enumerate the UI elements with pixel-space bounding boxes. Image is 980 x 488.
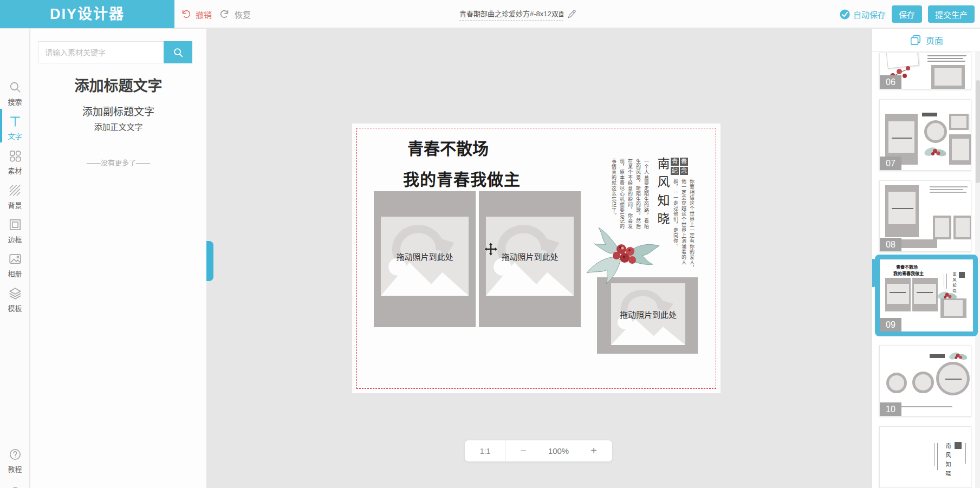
autosave-indicator[interactable]: 自动保存 (840, 9, 886, 20)
photo-drop-zone: 拖动照片到此处 (381, 217, 469, 296)
actual-size-button[interactable]: 1:1 (465, 440, 506, 461)
add-body-text-option[interactable]: 添加正文文字 (30, 121, 206, 132)
zoom-toolbar: 1:1 − 100% + (465, 440, 612, 461)
mini-text-line (927, 58, 963, 59)
sidebar-item-background[interactable]: 背景 (0, 184, 30, 210)
redo-label: 恢复 (235, 9, 251, 20)
edit-pencil-icon[interactable] (567, 9, 577, 19)
drop-photo-label: 拖动照片到此处 (381, 251, 469, 262)
mini-photo (949, 114, 969, 130)
mini-photo-circle (924, 120, 947, 143)
submit-production-button[interactable]: 提交生产 (928, 5, 975, 23)
page-thumbnail-08[interactable]: 08 (879, 180, 971, 252)
mini-photo (885, 278, 911, 311)
sidebar-item-label: 边框 (0, 234, 30, 244)
pages-panel-title: 页面 (926, 34, 943, 47)
seal-char: 春 (680, 158, 688, 166)
mini-text-line (930, 192, 966, 193)
sidebar-item-tutorial[interactable]: 教程 (0, 447, 30, 474)
help-icon (8, 447, 22, 461)
document-title: 青春期部曲之珍爱妙方#-8x12双面水晶 (459, 8, 563, 21)
mini-photo (933, 216, 951, 239)
redo-button[interactable]: 恢复 (219, 0, 251, 28)
text-icon (8, 114, 22, 128)
sidebar-item-assets[interactable]: 素材 (0, 149, 30, 175)
mini-text-line (927, 61, 965, 62)
page-number-badge: 09 (880, 318, 901, 331)
zoom-out-button[interactable]: − (506, 440, 541, 461)
mini-photo-circle (912, 372, 934, 393)
drop-photo-label: 拖动照片到此处 (611, 309, 685, 320)
pages-panel: 页面 06 (872, 29, 980, 488)
sidebar-item-template[interactable]: 模板 (0, 287, 30, 313)
left-toolbar: 搜索 文字 素材 背景 边框 (0, 29, 30, 488)
mini-seal (930, 354, 945, 358)
design-page[interactable]: 青春不散场 我的青春我做主 拖动照片到此处 (352, 123, 721, 393)
page-thumbnail-09[interactable]: 青春不散场 我的青春我做主 南风知晓 09 (880, 259, 973, 331)
no-more-label: ——没有更多了—— (30, 157, 206, 167)
memorial-seal[interactable]: 青 春 纪 念 (671, 158, 688, 175)
mini-photo-circle (936, 362, 970, 395)
seal-char: 念 (680, 167, 688, 175)
page-title-line1[interactable]: 青春不散场 (407, 135, 489, 159)
mini-photo (949, 134, 971, 165)
page-title-line2[interactable]: 我的青春我做主 (403, 166, 521, 190)
background-icon (8, 184, 22, 198)
mini-photo (940, 298, 966, 318)
undo-button[interactable]: 撤销 (180, 0, 212, 28)
undo-label: 撤销 (196, 9, 212, 20)
diy-designer-app: DIY设计器 撤销 恢复 青春期部曲之珍爱妙方#-8x12双面水晶 (0, 0, 980, 488)
mini-text-line (930, 189, 963, 190)
headset-icon (8, 485, 22, 488)
pages-scrollbar-thumb[interactable] (976, 80, 980, 183)
photo-icon (8, 252, 22, 266)
search-button[interactable] (164, 41, 192, 63)
mini-vertical-text (934, 443, 934, 466)
frame-icon (8, 218, 22, 232)
photo-slot-1[interactable]: 拖动照片到此处 (374, 191, 476, 327)
page-thumbnail-06[interactable]: 06 (879, 53, 971, 89)
header: DIY设计器 撤销 恢复 青春期部曲之珍爱妙方#-8x12双面水晶 (0, 0, 980, 28)
vertical-quote-left[interactable]: 一个人总要走陌生的路，看陌生的风景，听陌生的歌，然后在某个不经意的瞬间，你会发现… (607, 159, 650, 231)
page-number-badge: 06 (880, 75, 901, 89)
mini-seal (955, 442, 962, 449)
sidebar-item-border[interactable]: 边框 (0, 218, 30, 244)
page-thumbnail-10[interactable]: 10 (879, 345, 971, 417)
mini-text-line (930, 186, 968, 187)
photo-slot-3[interactable]: 拖动照片到此处 (597, 277, 698, 354)
design-canvas-area[interactable]: 青春不散场 我的青春我做主 拖动照片到此处 (206, 29, 872, 488)
search-input[interactable] (38, 41, 164, 63)
mini-vertical-title: 南风知晓 (944, 443, 952, 480)
sidebar-item-label: 背景 (0, 200, 30, 210)
mini-photo-circle (886, 373, 907, 393)
panel-collapse-handle[interactable] (206, 241, 213, 281)
search-icon (172, 47, 184, 58)
check-circle-icon (840, 9, 850, 19)
mini-seal (922, 113, 937, 116)
page-number-badge: 07 (880, 157, 901, 170)
zoom-in-button[interactable]: + (576, 440, 611, 461)
holly-berries-illustration[interactable] (582, 223, 669, 285)
sidebar-item-label: 教程 (0, 464, 30, 474)
mini-holly (923, 144, 948, 160)
sidebar-item-service[interactable]: 客服 (0, 485, 30, 488)
app-logo: DIY设计器 (0, 0, 174, 28)
page-number-badge: 10 (880, 402, 901, 416)
add-subtitle-text-option[interactable]: 添加副标题文字 (30, 103, 206, 118)
page-thumbnail-11[interactable]: 南风知晓 (879, 426, 971, 488)
header-actions: 自动保存 保存 提交生产 (840, 0, 975, 28)
vertical-quote-right[interactable]: 你要相信这个世界上一定有你的爱人，他一定会穿越这个世界上汹涌着的人群，一一走过他… (672, 179, 696, 275)
sidebar-item-album[interactable]: 相册 (0, 252, 30, 278)
document-title-wrap[interactable]: 青春期部曲之珍爱妙方#-8x12双面水晶 (459, 0, 577, 28)
sidebar-item-text[interactable]: 文字 (0, 114, 30, 141)
photo-slot-2[interactable]: 拖动照片到此处 (479, 191, 581, 327)
move-cursor-icon (484, 242, 498, 256)
sidebar-item-search[interactable]: 搜索 (0, 80, 30, 107)
save-button[interactable]: 保存 (892, 5, 922, 23)
seal-char: 青 (671, 158, 679, 166)
photo-drop-zone: 拖动照片到此处 (611, 283, 685, 345)
mini-photo (885, 185, 919, 237)
add-title-text-option[interactable]: 添加标题文字 (30, 74, 206, 95)
seal-char: 纪 (671, 167, 679, 175)
page-thumbnail-07[interactable]: 07 (879, 99, 971, 171)
